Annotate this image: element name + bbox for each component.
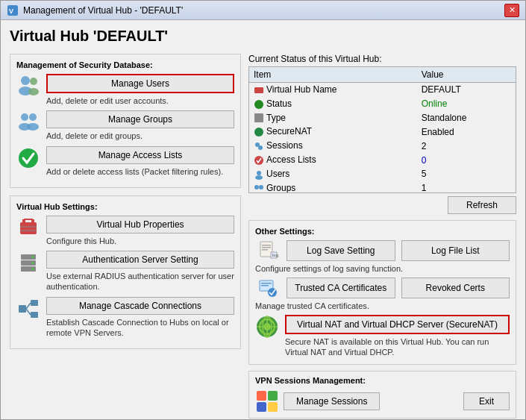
hub-settings-label: Virtual Hub Settings: [16, 202, 234, 211]
log-buttons-row: log Log Save Setting Log File List [255, 240, 510, 261]
svg-rect-42 [262, 247, 271, 248]
securenat-desc: Secure NAT is available on this Virtual … [285, 336, 510, 358]
trusted-ca-button[interactable]: Trusted CA Certificates [287, 278, 395, 298]
server-icon [17, 251, 40, 274]
window-title: Management of Virtual Hub - 'DEFAULT' [23, 5, 183, 16]
svg-point-21 [32, 262, 34, 264]
svg-rect-24 [31, 300, 38, 306]
svg-rect-23 [19, 305, 26, 313]
manage-access-lists-button[interactable]: Manage Access Lists [46, 146, 234, 164]
table-cell-item: Type [249, 111, 417, 125]
manage-sessions-button[interactable]: Manage Sessions [284, 392, 380, 410]
security-section-label: Management of Security Database: [16, 60, 234, 69]
cascade-icon-container [16, 297, 40, 321]
log-file-button[interactable]: Log File List [401, 240, 510, 261]
manage-groups-button[interactable]: Manage Groups [46, 110, 234, 128]
table-row: StatusOnline [249, 97, 516, 111]
table-cell-value: Standalone [417, 111, 516, 125]
svg-point-29 [254, 100, 263, 109]
svg-rect-30 [254, 113, 263, 122]
users-icon [17, 75, 40, 97]
users-icon-container [16, 74, 40, 98]
log-save-button[interactable]: Log Save Setting [287, 240, 395, 261]
hub-icon-container [16, 216, 40, 239]
svg-rect-58 [257, 402, 266, 412]
table-row: Sessions2 [249, 139, 516, 153]
manage-access-lists-row: Manage Access Lists Add or delete access… [16, 146, 234, 177]
table-cell-item: Users [249, 167, 417, 181]
manage-users-button[interactable]: Manage Users [46, 74, 234, 93]
col-item: Item [249, 67, 417, 83]
revoked-certs-button[interactable]: Revoked Certs [401, 278, 510, 298]
svg-point-35 [257, 171, 261, 175]
vpn-icon [255, 389, 279, 413]
hub-properties-desc: Configure this Hub. [46, 236, 234, 246]
securenat-button[interactable]: Virtual NAT and Virtual DHCP Server (Sec… [285, 315, 510, 334]
manage-users-content: Manage Users Add, delete or edit user ac… [46, 74, 234, 106]
app-icon: V [7, 4, 19, 16]
window-body: Virtual Hub 'DEFAULT' Management of Secu… [1, 20, 525, 420]
auth-server-button[interactable]: Authentication Server Setting [46, 251, 234, 269]
cert-buttons-row: Trusted CA Certificates Revoked Certs [255, 278, 510, 298]
exit-button[interactable]: Exit [463, 392, 510, 410]
svg-point-20 [32, 256, 34, 258]
hub-settings-section: Virtual Hub Settings: [10, 195, 241, 349]
auth-server-content: Authentication Server Setting Use extern… [46, 251, 234, 292]
svg-point-5 [28, 88, 39, 95]
svg-rect-48 [261, 285, 269, 286]
table-cell-value: 0 [417, 153, 516, 167]
table-cell-value: 5 [417, 167, 516, 181]
svg-rect-47 [261, 283, 272, 284]
svg-text:log: log [272, 253, 278, 257]
status-section: Current Status of this Virtual Hub: Item… [248, 54, 516, 214]
title-bar: V Management of Virtual Hub - 'DEFAULT' … [1, 1, 525, 20]
svg-point-10 [19, 148, 38, 168]
other-settings-label: Other Settings: [255, 227, 510, 236]
vpn-row: Manage Sessions Exit [255, 389, 510, 413]
svg-rect-56 [257, 391, 266, 401]
table-cell-value: DEFAULT [417, 83, 516, 97]
table-row: Users5 [249, 167, 516, 181]
cascade-button[interactable]: Manage Cascade Connections [46, 297, 234, 315]
table-header-row: Item Value [249, 67, 516, 83]
left-panel: Management of Security Database: [10, 54, 241, 419]
table-cell-value: 2 [417, 139, 516, 153]
table-row: Access Lists0 [249, 153, 516, 167]
svg-point-6 [21, 113, 28, 121]
table-cell-value: 1 [417, 181, 516, 193]
col-value: Value [417, 67, 516, 83]
groups-icon [17, 111, 40, 134]
svg-point-2 [21, 76, 30, 85]
table-cell-value: Online [417, 97, 516, 111]
hub-properties-button[interactable]: Virtual Hub Properties [46, 216, 234, 233]
svg-point-33 [258, 145, 263, 150]
title-bar-left: V Management of Virtual Hub - 'DEFAULT' [7, 4, 183, 16]
manage-groups-desc: Add, delete or edit groups. [46, 131, 234, 141]
svg-rect-41 [262, 245, 271, 246]
svg-point-22 [32, 268, 34, 270]
groups-icon-container [16, 110, 40, 134]
auth-server-desc: Use external RADIUS authentication serve… [46, 271, 234, 292]
access-lists-icon-container [16, 146, 40, 170]
table-row: SecureNATEnabled [249, 125, 516, 139]
status-table-container[interactable]: Item Value Virtual Hub NameDEFAULTStatus… [248, 66, 516, 193]
hub-icon [17, 216, 40, 239]
content-area: Management of Security Database: [10, 54, 516, 419]
close-button[interactable]: ✕ [504, 4, 519, 17]
cert-icon [257, 278, 278, 298]
svg-rect-28 [254, 87, 263, 93]
table-cell-value: Enabled [417, 125, 516, 139]
svg-point-31 [254, 128, 263, 137]
svg-point-8 [29, 113, 37, 121]
refresh-button[interactable]: Refresh [448, 196, 516, 214]
svg-rect-57 [268, 391, 278, 401]
table-row: TypeStandalone [249, 111, 516, 125]
auth-server-row: Authentication Server Setting Use extern… [16, 251, 234, 292]
hub-properties-content: Virtual Hub Properties Configure this Hu… [46, 216, 234, 246]
svg-text:V: V [9, 7, 13, 15]
svg-point-49 [268, 288, 277, 297]
auth-server-icon-container [16, 251, 40, 275]
hub-properties-row: Virtual Hub Properties Configure this Hu… [16, 216, 234, 246]
svg-point-38 [259, 185, 263, 189]
table-cell-item: Sessions [249, 139, 417, 153]
